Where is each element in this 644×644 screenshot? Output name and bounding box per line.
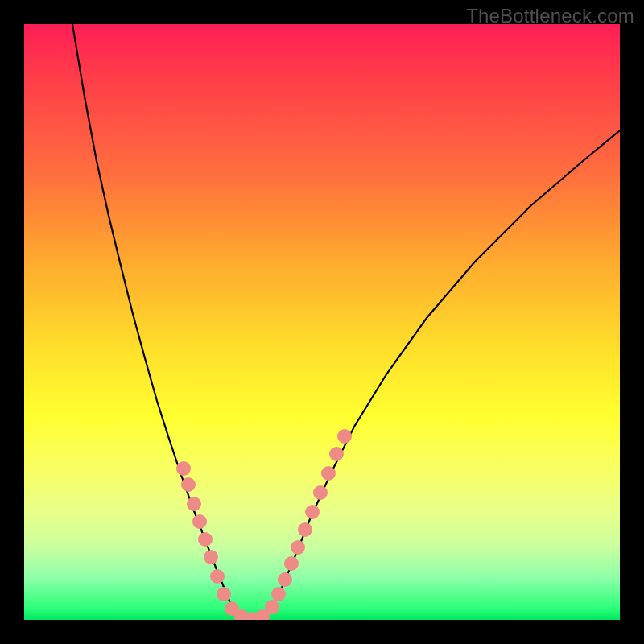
data-marker	[284, 556, 299, 571]
data-marker	[291, 540, 305, 555]
watermark-text: TheBottleneck.com	[466, 5, 634, 27]
data-marker	[329, 447, 344, 461]
data-marker	[305, 505, 320, 519]
data-marker	[176, 461, 191, 476]
bottleneck-curve	[72, 24, 620, 618]
data-marker	[210, 569, 225, 584]
data-marker	[298, 522, 312, 537]
chart-svg	[24, 24, 620, 620]
data-marker	[187, 497, 201, 511]
data-marker	[265, 600, 279, 614]
data-marker	[313, 485, 328, 500]
data-marker	[198, 532, 213, 547]
data-marker	[192, 514, 207, 529]
curve-group	[72, 24, 620, 618]
marker-group	[176, 429, 352, 620]
chart-frame: TheBottleneck.com	[0, 0, 644, 644]
data-marker	[271, 587, 286, 601]
data-marker	[321, 466, 336, 481]
data-marker	[181, 477, 196, 492]
data-marker	[278, 572, 292, 587]
plot-area	[24, 24, 620, 620]
data-marker	[217, 587, 231, 601]
data-marker	[204, 550, 218, 564]
data-marker	[337, 429, 352, 444]
